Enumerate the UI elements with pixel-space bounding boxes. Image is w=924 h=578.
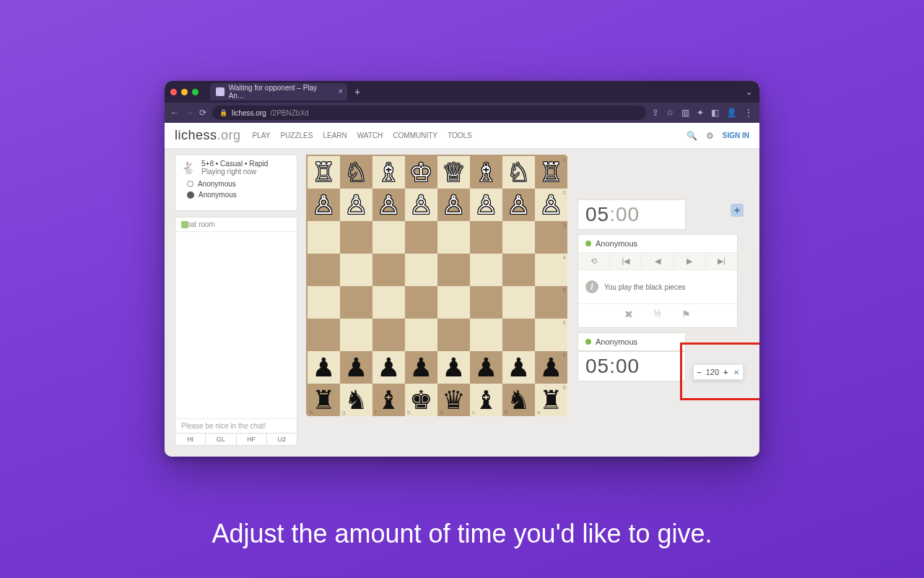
white-p[interactable]: ♙ xyxy=(470,189,502,221)
white-p[interactable]: ♙ xyxy=(340,189,372,221)
user-icon[interactable]: 👤 xyxy=(726,108,737,118)
window-min[interactable] xyxy=(181,89,188,95)
board-square[interactable] xyxy=(405,221,437,254)
nav-community[interactable]: COMMUNITY xyxy=(393,131,437,139)
black-p[interactable]: ♟ xyxy=(372,351,405,384)
board-square[interactable] xyxy=(308,221,340,254)
black-r[interactable]: ♜ xyxy=(308,384,340,416)
black-r[interactable]: ♜ xyxy=(535,384,567,416)
board-square[interactable] xyxy=(308,286,340,319)
reload-icon[interactable]: ⟲ xyxy=(578,253,610,269)
board-square[interactable] xyxy=(470,286,502,319)
chevron-down-icon[interactable]: ⌄ xyxy=(746,87,752,97)
white-k[interactable]: ♔ xyxy=(405,156,437,189)
black-n[interactable]: ♞ xyxy=(502,384,535,416)
browser-tab[interactable]: Waiting for opponent – Play An… × xyxy=(210,83,347,100)
next-icon[interactable]: ▶ xyxy=(674,253,706,269)
board-square[interactable] xyxy=(405,254,437,286)
board-square[interactable] xyxy=(502,319,535,351)
resign-button[interactable]: ⚑ xyxy=(681,309,691,320)
board-square[interactable] xyxy=(470,254,502,286)
board-square[interactable] xyxy=(372,254,405,286)
board-square[interactable] xyxy=(340,221,372,254)
board-square[interactable] xyxy=(405,286,437,319)
chess-board[interactable]: 1234567hgfedcba8♖♘♗♔♕♗♘♖♙♙♙♙♙♙♙♙♟♟♟♟♟♟♟♟… xyxy=(306,155,566,415)
white-p[interactable]: ♙ xyxy=(372,189,405,221)
black-p[interactable]: ♟ xyxy=(405,351,437,384)
player-white[interactable]: Anonymous xyxy=(187,178,285,189)
board-square[interactable] xyxy=(470,221,502,254)
window-max[interactable] xyxy=(192,89,199,95)
last-icon[interactable]: ▶| xyxy=(706,253,737,269)
board-square[interactable] xyxy=(437,319,470,351)
black-p[interactable]: ♟ xyxy=(437,351,470,384)
white-b[interactable]: ♗ xyxy=(372,156,405,189)
refresh-icon[interactable]: ⟳ xyxy=(199,108,206,118)
nav-tools[interactable]: TOOLS xyxy=(448,131,472,139)
search-icon[interactable]: 🔍 xyxy=(687,131,697,141)
window-close[interactable] xyxy=(170,89,177,95)
board-square[interactable] xyxy=(437,254,470,286)
black-k[interactable]: ♚ xyxy=(405,384,437,416)
board-square[interactable] xyxy=(437,286,470,319)
nav-watch[interactable]: WATCH xyxy=(357,131,383,139)
nav-puzzles[interactable]: PUZZLES xyxy=(280,131,313,139)
white-p[interactable]: ♙ xyxy=(405,189,437,221)
brand[interactable]: lichess.org xyxy=(175,128,241,143)
black-p[interactable]: ♟ xyxy=(535,351,567,384)
white-p[interactable]: ♙ xyxy=(502,189,535,221)
close-icon[interactable]: × xyxy=(339,87,343,95)
url-field[interactable]: 🔒 lichess.org/2PBNZbXd xyxy=(212,105,646,120)
board-square[interactable]: 6 xyxy=(535,319,567,351)
board-square[interactable] xyxy=(502,286,535,319)
player-black[interactable]: Anonymous xyxy=(187,189,285,200)
opponent-row[interactable]: Anonymous xyxy=(578,235,737,252)
popup-close-icon[interactable]: ✕ xyxy=(733,368,739,376)
quick-hf[interactable]: HF xyxy=(237,434,267,445)
quick-hi[interactable]: HI xyxy=(175,434,206,445)
board-square[interactable] xyxy=(372,221,405,254)
black-b[interactable]: ♝ xyxy=(372,384,405,416)
newtab-icon[interactable]: + xyxy=(354,86,360,98)
board-square[interactable]: 5 xyxy=(535,286,567,319)
kebab-icon[interactable]: ⋮ xyxy=(744,108,754,118)
white-p[interactable]: ♙ xyxy=(437,189,470,221)
board-square[interactable]: 4 xyxy=(535,254,567,286)
black-p[interactable]: ♟ xyxy=(340,351,372,384)
board-square[interactable] xyxy=(372,319,405,351)
black-p[interactable]: ♟ xyxy=(470,351,502,384)
board-square[interactable] xyxy=(405,319,437,351)
self-row[interactable]: Anonymous xyxy=(578,332,686,351)
white-q[interactable]: ♕ xyxy=(437,156,470,189)
board-square[interactable] xyxy=(340,319,372,351)
black-q[interactable]: ♛ xyxy=(437,384,470,416)
chat-input[interactable]: Please be nice in the chat! xyxy=(175,418,297,433)
black-n[interactable]: ♞ xyxy=(340,384,372,416)
black-b[interactable]: ♝ xyxy=(470,384,502,416)
board-square[interactable]: 3 xyxy=(535,221,567,254)
share-icon[interactable]: ⇪ xyxy=(652,108,659,118)
signin-link[interactable]: SIGN IN xyxy=(723,131,749,139)
white-p[interactable]: ♙ xyxy=(535,189,567,221)
white-n[interactable]: ♘ xyxy=(502,156,535,189)
back-icon[interactable]: ← xyxy=(170,108,179,118)
white-n[interactable]: ♘ xyxy=(340,156,372,189)
draw-button[interactable]: ½ xyxy=(653,309,661,320)
panel-icon[interactable]: ▥ xyxy=(681,108,689,118)
abort-button[interactable]: ✖ xyxy=(624,309,633,320)
board-square[interactable] xyxy=(340,286,372,319)
board-square[interactable] xyxy=(340,254,372,286)
plus-icon[interactable]: + xyxy=(723,368,728,376)
prev-icon[interactable]: ◀ xyxy=(642,253,674,269)
white-p[interactable]: ♙ xyxy=(308,189,340,221)
black-p[interactable]: ♟ xyxy=(308,351,340,384)
board-square[interactable] xyxy=(372,286,405,319)
forward-icon[interactable]: → xyxy=(185,108,193,118)
board-square[interactable] xyxy=(470,319,502,351)
board-square[interactable] xyxy=(502,221,535,254)
board-square[interactable] xyxy=(502,254,535,286)
sidepanel-icon[interactable]: ◧ xyxy=(711,108,719,118)
star-icon[interactable]: ☆ xyxy=(666,108,674,118)
quick-u2[interactable]: U2 xyxy=(267,434,297,445)
first-icon[interactable]: |◀ xyxy=(610,253,642,269)
